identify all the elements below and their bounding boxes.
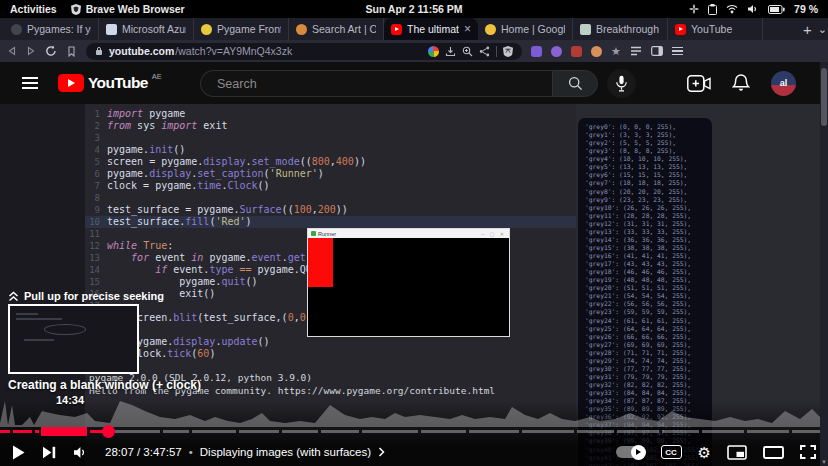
tab-label: Search Art | Ope <box>312 23 376 35</box>
seek-chapter-segment[interactable] <box>702 430 744 433</box>
scrollbar-down-arrow[interactable]: ▼ <box>820 459 828 465</box>
new-tab-button[interactable]: + <box>797 22 818 37</box>
youtube-favicon <box>675 24 686 35</box>
code-token: set_caption <box>197 168 263 179</box>
search-box[interactable] <box>200 70 552 97</box>
seek-chapter-segment[interactable] <box>321 430 359 433</box>
reload-button[interactable] <box>45 45 57 57</box>
video-player[interactable]: 1import pygame2from sys import exit34pyg… <box>0 104 828 466</box>
color-dict-line: 'grey12': (31, 31, 31, 255), <box>585 220 712 228</box>
save-page-icon[interactable] <box>445 46 456 57</box>
color-dict-line: 'grey10': (26, 26, 26, 255), <box>585 204 712 212</box>
browser-tab-home-google[interactable]: Home | Google <box>478 18 573 40</box>
search-input[interactable] <box>215 76 519 92</box>
reading-list-icon[interactable] <box>630 46 642 56</box>
seek-chapter-segment[interactable] <box>421 430 466 433</box>
seek-chapter-segment[interactable] <box>522 430 574 433</box>
seek-scrubber[interactable] <box>102 425 115 438</box>
code-line: 9test_surface = pygame.Surface((100,200)… <box>85 204 576 216</box>
play-button[interactable] <box>12 445 25 460</box>
guide-menu-icon[interactable] <box>22 77 38 89</box>
seek-chapter-segment[interactable] <box>577 430 614 433</box>
color-dict-line: 'grey15': (38, 38, 38, 255), <box>585 244 712 252</box>
current-chapter-label[interactable]: Displaying images (with surfaces) <box>200 446 371 458</box>
seek-progress-segment[interactable] <box>13 430 32 433</box>
sidebar-toggle-icon[interactable] <box>651 46 663 56</box>
share-icon[interactable] <box>479 46 490 57</box>
browser-tab-pygames-if-you[interactable]: Pygames: If you <box>4 18 99 40</box>
google-site-icon[interactable] <box>428 46 439 57</box>
line-number: 12 <box>85 240 100 252</box>
volume-icon[interactable] <box>747 4 759 14</box>
bookmark-panel-icon[interactable] <box>66 46 77 57</box>
color-dict-line: 'grey24': (61, 61, 61, 255), <box>585 317 712 325</box>
settings-gear-icon[interactable]: ⚙ <box>698 445 711 460</box>
clipboard-icon[interactable] <box>708 4 717 15</box>
seek-chapter-segment[interactable] <box>469 430 519 433</box>
seek-chapter-segment[interactable] <box>192 430 236 433</box>
brave-shields-icon[interactable] <box>503 46 513 57</box>
code-line: 21 clock.tick(60) <box>85 348 576 360</box>
search-button[interactable] <box>552 70 598 97</box>
youtube-logo[interactable]: YouTube AE <box>58 74 162 92</box>
battery-icon[interactable] <box>768 5 785 14</box>
code-token: )) <box>336 204 348 215</box>
wifi-icon[interactable] <box>726 4 738 14</box>
seek-chapter-segment[interactable] <box>163 430 189 433</box>
code-token: display <box>173 336 215 347</box>
line-number: 9 <box>85 204 100 216</box>
fullscreen-button[interactable] <box>800 445 816 459</box>
forward-button[interactable] <box>26 46 36 56</box>
tab-close-icon[interactable]: × <box>464 23 471 35</box>
theater-mode-button[interactable] <box>763 446 784 459</box>
volume-button[interactable] <box>73 446 88 459</box>
extension-avatar-icon[interactable] <box>591 46 602 57</box>
code-token: quit <box>221 276 245 287</box>
browser-tab-pygame-front-p[interactable]: Pygame Front P <box>194 18 289 40</box>
extension-password-icon[interactable] <box>531 46 542 57</box>
back-button[interactable] <box>7 46 17 56</box>
seek-chapter-segment[interactable] <box>362 430 418 433</box>
code-token: from <box>107 120 131 131</box>
notifications-bell-icon[interactable] <box>732 73 750 93</box>
extensions-puzzle-icon[interactable]: ★ <box>611 46 621 57</box>
browser-tab-youtube[interactable]: YouTube <box>668 18 763 40</box>
browser-menu-icon[interactable] <box>672 47 683 56</box>
seek-chapter-segment[interactable] <box>747 430 789 433</box>
zoom-page-icon[interactable] <box>462 46 473 57</box>
address-bar[interactable]: youtube.com /watch?v=AY9MnQ4x3zk <box>86 43 522 60</box>
seek-chapter-segment[interactable] <box>239 430 279 433</box>
autoplay-toggle[interactable] <box>616 446 645 458</box>
code-token: update <box>221 336 257 347</box>
tab-search-caret-icon[interactable]: ⌄ <box>818 24 827 35</box>
seek-bar[interactable] <box>0 424 828 438</box>
seek-chapter-segment[interactable] <box>282 430 318 433</box>
color-dict-line: 'grey18': (46, 46, 46, 255), <box>585 268 712 276</box>
browser-tab-breakthrough-j[interactable]: Breakthrough J <box>573 18 668 40</box>
chapter-chevron-icon[interactable] <box>378 447 385 457</box>
browser-tab-microsoft-azure[interactable]: Microsoft Azure <box>99 18 194 40</box>
seek-progress-segment[interactable] <box>0 430 10 433</box>
chevrons-up-icon <box>8 291 19 302</box>
page-scrollbar[interactable]: ▼ <box>820 62 828 466</box>
create-button[interactable] <box>687 75 711 92</box>
activities-button[interactable]: Activities <box>10 3 57 15</box>
seek-progress-segment[interactable] <box>35 430 39 433</box>
extension-red-icon[interactable] <box>571 46 582 57</box>
seek-progress-segment[interactable] <box>41 427 87 436</box>
subtitles-button[interactable]: CC <box>661 445 682 459</box>
browser-tab-search-art-ope[interactable]: Search Art | Ope <box>289 18 384 40</box>
extension-purple-icon[interactable] <box>551 46 562 57</box>
browser-tab-the-ultimate[interactable]: The ultimate× <box>384 18 478 40</box>
focused-app-indicator[interactable]: Brave Web Browser <box>71 3 185 15</box>
scrollbar-thumb[interactable] <box>821 68 827 126</box>
miniplayer-button[interactable] <box>727 445 747 460</box>
next-button[interactable] <box>42 446 56 459</box>
input-method-icon[interactable] <box>689 4 699 14</box>
seek-chapter-segment[interactable] <box>115 430 160 433</box>
voice-search-button[interactable] <box>607 69 636 98</box>
account-avatar[interactable]: al <box>771 71 796 96</box>
seek-chapter-segment[interactable] <box>617 430 659 433</box>
color-dict-line: 'grey26': (66, 66, 66, 255), <box>585 333 712 341</box>
seek-chapter-segment[interactable] <box>662 430 699 433</box>
